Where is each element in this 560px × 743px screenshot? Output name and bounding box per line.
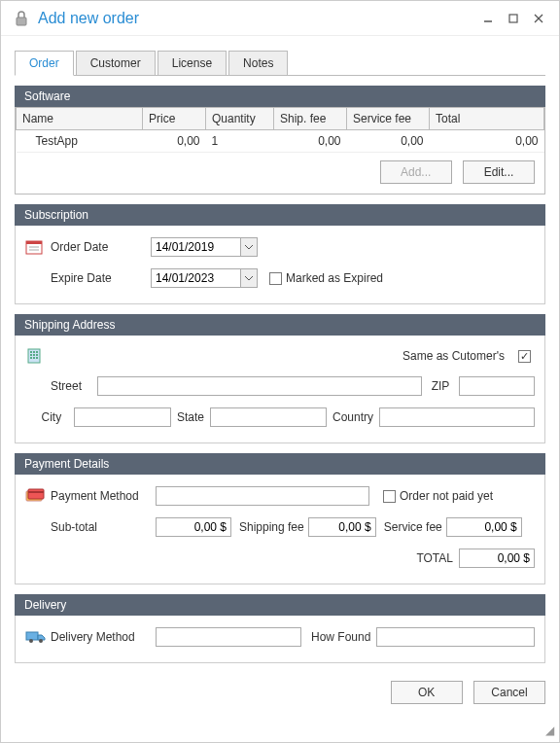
col-price[interactable]: Price bbox=[143, 108, 206, 130]
state-input[interactable] bbox=[210, 407, 327, 427]
subtotal-label: Sub-total bbox=[51, 520, 148, 534]
svg-rect-15 bbox=[36, 354, 38, 356]
resize-grip[interactable]: ◢ bbox=[545, 724, 554, 737]
minimize-button[interactable] bbox=[477, 8, 499, 29]
software-table-wrap: Name Price Quantity Ship. fee Service fe… bbox=[15, 107, 545, 195]
zip-input[interactable] bbox=[459, 376, 535, 396]
delivery-method-label: Delivery Method bbox=[51, 630, 148, 644]
not-paid-checkbox[interactable] bbox=[383, 490, 396, 503]
software-header-row: Name Price Quantity Ship. fee Service fe… bbox=[17, 108, 544, 130]
country-input[interactable] bbox=[379, 407, 535, 427]
marked-expired-label: Marked as Expired bbox=[286, 271, 383, 285]
edit-button[interactable]: Edit... bbox=[463, 160, 535, 184]
same-as-label: Same as Cutomer's bbox=[402, 349, 505, 363]
svg-rect-18 bbox=[36, 357, 38, 359]
order-date-field[interactable] bbox=[151, 237, 258, 257]
lock-icon bbox=[15, 11, 28, 26]
cell-name: TestApp bbox=[17, 130, 143, 153]
tabs: Order Customer License Notes bbox=[15, 50, 545, 76]
cell-total: 0,00 bbox=[430, 130, 544, 153]
col-servicefee[interactable]: Service fee bbox=[347, 108, 430, 130]
title-bar: Add new order bbox=[1, 1, 559, 36]
col-shipfee[interactable]: Ship. fee bbox=[274, 108, 347, 130]
table-row[interactable]: TestApp 0,00 1 0,00 0,00 0,00 bbox=[17, 130, 544, 153]
dialog-buttons: OK Cancel bbox=[1, 667, 559, 704]
truck-icon bbox=[25, 629, 51, 645]
payment-body: Payment Method Order not paid yet Sub-to… bbox=[15, 475, 545, 584]
city-input[interactable] bbox=[74, 407, 171, 427]
svg-rect-6 bbox=[26, 241, 42, 244]
svg-rect-21 bbox=[28, 491, 44, 493]
street-label: Street bbox=[51, 379, 89, 393]
same-as-checkbox[interactable] bbox=[518, 350, 531, 363]
tab-notes[interactable]: Notes bbox=[228, 51, 288, 76]
payment-header: Payment Details bbox=[15, 453, 545, 475]
svg-rect-13 bbox=[30, 354, 32, 356]
svg-rect-14 bbox=[33, 354, 35, 356]
svg-rect-22 bbox=[26, 632, 38, 640]
delivery-body: Delivery Method How Found bbox=[15, 616, 545, 663]
service-fee-label: Service fee bbox=[384, 520, 442, 534]
software-header: Software bbox=[15, 86, 545, 107]
shipping-fee-label: Shipping fee bbox=[239, 520, 304, 534]
city-label: City bbox=[42, 410, 66, 424]
calendar-icon bbox=[25, 238, 51, 256]
shipping-header: Shipping Address bbox=[15, 314, 545, 336]
svg-rect-10 bbox=[30, 351, 32, 353]
payment-method-input[interactable] bbox=[156, 486, 369, 506]
col-quantity[interactable]: Quantity bbox=[206, 108, 274, 130]
subtotal-input[interactable] bbox=[156, 517, 231, 537]
svg-point-24 bbox=[39, 639, 43, 643]
cell-servicefee: 0,00 bbox=[347, 130, 430, 153]
expire-date-field[interactable] bbox=[151, 268, 258, 288]
credit-card-icon bbox=[25, 488, 51, 504]
svg-rect-20 bbox=[28, 489, 44, 499]
close-button[interactable] bbox=[528, 8, 549, 29]
delivery-method-input[interactable] bbox=[156, 627, 301, 647]
total-label: TOTAL bbox=[416, 551, 453, 565]
payment-method-label: Payment Method bbox=[51, 489, 148, 503]
svg-rect-2 bbox=[509, 15, 517, 22]
tab-license[interactable]: License bbox=[158, 51, 227, 76]
col-name[interactable]: Name bbox=[17, 108, 143, 130]
total-input[interactable] bbox=[459, 548, 535, 568]
expire-date-label: Expire Date bbox=[51, 271, 143, 285]
marked-expired-checkbox[interactable] bbox=[269, 272, 282, 285]
street-input[interactable] bbox=[97, 376, 422, 396]
subscription-body: Order Date Expire Date Marked as Expired bbox=[15, 226, 545, 304]
how-found-label: How Found bbox=[311, 630, 370, 644]
cell-shipfee: 0,00 bbox=[274, 130, 347, 153]
cancel-button[interactable]: Cancel bbox=[473, 681, 545, 704]
tab-customer[interactable]: Customer bbox=[76, 51, 156, 76]
software-table: Name Price Quantity Ship. fee Service fe… bbox=[16, 107, 544, 153]
state-label: State bbox=[177, 410, 204, 424]
tab-order[interactable]: Order bbox=[15, 51, 74, 76]
chevron-down-icon[interactable] bbox=[240, 237, 258, 257]
window-title: Add new order bbox=[38, 10, 139, 27]
svg-rect-11 bbox=[33, 351, 35, 353]
ok-button[interactable]: OK bbox=[391, 681, 463, 704]
maximize-button[interactable] bbox=[503, 8, 524, 29]
shipping-fee-input[interactable] bbox=[308, 517, 376, 537]
not-paid-label: Order not paid yet bbox=[400, 489, 493, 503]
how-found-input[interactable] bbox=[376, 627, 535, 647]
building-icon bbox=[25, 347, 51, 365]
delivery-header: Delivery bbox=[15, 594, 545, 616]
order-date-label: Order Date bbox=[51, 240, 143, 254]
col-total[interactable]: Total bbox=[430, 108, 544, 130]
subscription-header: Subscription bbox=[15, 204, 545, 226]
country-label: Country bbox=[332, 410, 373, 424]
chevron-down-icon[interactable] bbox=[240, 268, 258, 288]
shipping-body: Same as Cutomer's Street ZIP City State … bbox=[15, 336, 545, 443]
zip-label: ZIP bbox=[426, 379, 455, 393]
add-button[interactable]: Add... bbox=[380, 160, 452, 184]
svg-rect-12 bbox=[36, 351, 38, 353]
cell-price: 0,00 bbox=[143, 130, 206, 153]
svg-point-23 bbox=[29, 639, 33, 643]
svg-rect-16 bbox=[30, 357, 32, 359]
svg-rect-17 bbox=[33, 357, 35, 359]
cell-quantity: 1 bbox=[206, 130, 274, 153]
svg-rect-0 bbox=[17, 18, 26, 25]
service-fee-input[interactable] bbox=[446, 517, 522, 537]
